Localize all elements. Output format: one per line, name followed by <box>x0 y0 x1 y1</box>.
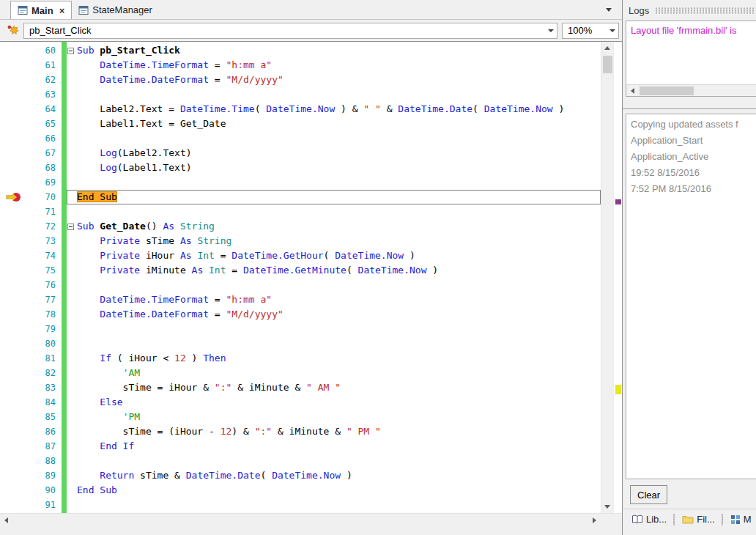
breakpoint-margin-row[interactable] <box>0 439 28 454</box>
code-line[interactable] <box>67 87 601 102</box>
scroll-left-button[interactable] <box>626 85 638 97</box>
breakpoint-margin[interactable] <box>0 42 28 513</box>
line-number: 76 <box>28 278 62 292</box>
code-lines[interactable]: Sub pb_Start_Click DateTime.TimeFormat =… <box>67 42 601 513</box>
breakpoint-margin-row[interactable] <box>0 424 28 439</box>
breakpoint-margin-row[interactable] <box>0 483 28 498</box>
breakpoint-margin-row[interactable] <box>0 131 28 146</box>
code-line[interactable]: End If <box>67 439 601 454</box>
line-number: 84 <box>28 395 62 410</box>
code-line[interactable]: 'AM <box>67 366 601 380</box>
code-line[interactable] <box>67 322 601 336</box>
breakpoint-margin-row[interactable] <box>0 336 28 351</box>
breakpoint-margin-row[interactable] <box>0 263 28 278</box>
vertical-scrollbar[interactable] <box>601 42 613 513</box>
breakpoint-margin-row[interactable] <box>0 234 28 248</box>
message-horizontal-scrollbar[interactable] <box>626 84 756 96</box>
code-line[interactable] <box>67 204 601 219</box>
breakpoint-margin-row[interactable] <box>0 307 28 322</box>
breakpoint-margin-row[interactable] <box>0 146 28 160</box>
tab-list-dropdown-icon[interactable] <box>606 8 612 12</box>
code-line[interactable]: End Sub <box>67 190 601 204</box>
code-line[interactable]: If ( iHour < 12 ) Then <box>67 351 601 366</box>
code-line[interactable]: DateTime.TimeFormat = "h:mm a" <box>67 58 601 73</box>
code-line[interactable] <box>67 175 601 190</box>
vertical-scrollbar-thumb[interactable] <box>603 56 612 73</box>
panel-drag-grip[interactable] <box>655 7 755 14</box>
scroll-left-button[interactable] <box>0 514 12 525</box>
breakpoint-current-line-icon[interactable] <box>6 192 22 202</box>
line-number: 66 <box>28 131 62 146</box>
code-line[interactable]: Sub Get_Date() As String <box>67 219 601 234</box>
breakpoint-margin-row[interactable] <box>0 87 28 102</box>
fold-collapse-icon[interactable] <box>67 48 74 54</box>
scroll-right-button[interactable] <box>588 514 601 525</box>
scroll-up-button[interactable] <box>601 42 614 54</box>
breakpoint-margin-row[interactable] <box>0 292 28 307</box>
tab-main[interactable]: Main × <box>10 1 72 19</box>
code-line[interactable]: sTime = iHour & ":" & iMinute & " AM " <box>67 380 601 395</box>
tab-modules[interactable]: M <box>727 512 755 527</box>
code-line[interactable] <box>67 454 601 468</box>
code-line[interactable]: Private iHour As Int = DateTime.GetHour(… <box>67 248 601 263</box>
horizontal-scrollbar[interactable] <box>0 514 601 525</box>
breakpoint-margin-row[interactable] <box>0 204 28 219</box>
code-line[interactable]: Private iMinute As Int = DateTime.GetMin… <box>67 263 601 278</box>
code-line[interactable]: Else <box>67 395 601 410</box>
zoom-combobox[interactable]: 100% <box>562 23 619 39</box>
breakpoint-margin-row[interactable] <box>0 454 28 468</box>
code-line[interactable]: DateTime.DateFormat = "M/d/yyyy" <box>67 73 601 87</box>
breakpoint-margin-row[interactable] <box>0 190 28 204</box>
code-line[interactable]: DateTime.TimeFormat = "h:mm a" <box>67 292 601 307</box>
tab-statemanager[interactable]: StateManager <box>72 1 159 19</box>
scroll-down-button[interactable] <box>601 501 614 513</box>
code-line[interactable]: 'PM <box>67 410 601 424</box>
breakpoint-margin-row[interactable] <box>0 468 28 483</box>
breakpoint-margin-row[interactable] <box>0 73 28 87</box>
scrollbar-track[interactable] <box>12 514 588 525</box>
breakpoint-margin-row[interactable] <box>0 380 28 395</box>
code-line[interactable]: Log(Label2.Text) <box>67 146 601 160</box>
breakpoint-margin-row[interactable] <box>0 219 28 234</box>
breakpoint-margin-row[interactable] <box>0 248 28 263</box>
member-selector-combobox[interactable]: pb_Start_Click <box>23 23 557 39</box>
chevron-down-icon[interactable] <box>607 23 618 38</box>
chevron-down-icon[interactable] <box>545 23 557 38</box>
breakpoint-margin-row[interactable] <box>0 322 28 336</box>
arrow-right-icon <box>593 517 596 523</box>
code-line[interactable]: DateTime.DateFormat = "M/d/yyyy" <box>67 307 601 322</box>
code-line[interactable] <box>67 278 601 292</box>
breakpoint-margin-row[interactable] <box>0 43 28 58</box>
fold-collapse-icon[interactable] <box>67 224 74 230</box>
breakpoint-margin-row[interactable] <box>0 175 28 190</box>
line-number: 86 <box>28 424 62 439</box>
close-tab-icon[interactable]: × <box>59 5 65 16</box>
code-line[interactable]: Private sTime As String <box>67 234 601 248</box>
breakpoint-margin-row[interactable] <box>0 351 28 366</box>
breakpoint-margin-row[interactable] <box>0 498 28 512</box>
code-line[interactable] <box>67 498 601 512</box>
breakpoint-margin-row[interactable] <box>0 160 28 175</box>
line-number: 61 <box>28 58 62 73</box>
code-line[interactable]: End Sub <box>67 483 601 498</box>
tab-files[interactable]: Fil... <box>679 512 718 527</box>
breakpoint-margin-row[interactable] <box>0 366 28 380</box>
code-line[interactable] <box>67 336 601 351</box>
code-line[interactable]: Log(Label1.Text) <box>67 160 601 175</box>
code-line[interactable]: Sub pb_Start_Click <box>67 43 601 58</box>
breakpoint-margin-row[interactable] <box>0 102 28 117</box>
code-line[interactable]: Return sTime & DateTime.Date( DateTime.N… <box>67 468 601 483</box>
code-line[interactable]: sTime = (iHour - 12) & ":" & iMinute & "… <box>67 424 601 439</box>
breakpoint-margin-row[interactable] <box>0 58 28 73</box>
clear-logs-button[interactable]: Clear <box>630 485 667 504</box>
code-line[interactable]: Label2.Text = DateTime.Time( DateTime.No… <box>67 102 601 117</box>
panel-filler <box>623 529 756 535</box>
code-line[interactable]: Label1.Text = Get_Date <box>67 117 601 131</box>
breakpoint-margin-row[interactable] <box>0 395 28 410</box>
code-line[interactable] <box>67 131 601 146</box>
breakpoint-margin-row[interactable] <box>0 278 28 292</box>
tab-libraries[interactable]: Lib... <box>629 512 670 527</box>
breakpoint-margin-row[interactable] <box>0 117 28 131</box>
horizontal-scrollbar-thumb[interactable] <box>640 86 694 95</box>
breakpoint-margin-row[interactable] <box>0 410 28 424</box>
